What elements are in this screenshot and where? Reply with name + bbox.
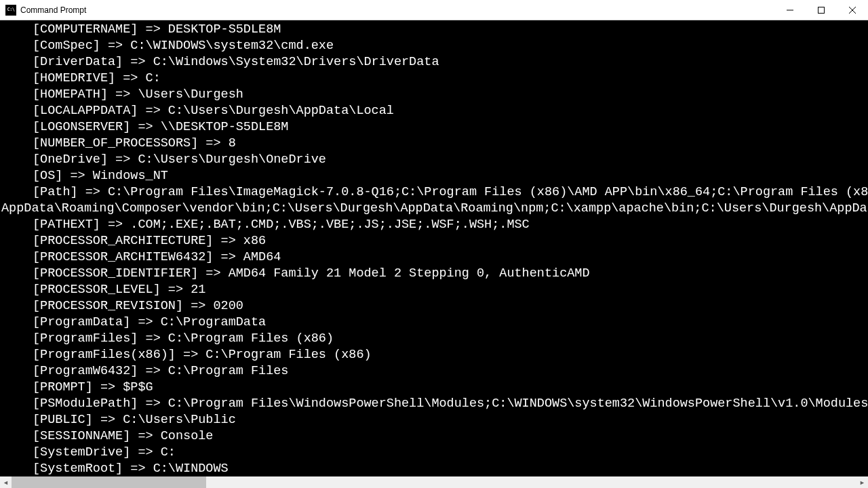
terminal-line: [PROCESSOR_REVISION] => 0200 <box>1 298 868 314</box>
window-controls <box>774 0 868 20</box>
terminal-line: [ComSpec] => C:\WINDOWS\system32\cmd.exe <box>1 38 868 54</box>
chevron-right-icon: ► <box>859 479 865 486</box>
terminal-line: [COMPUTERNAME] => DESKTOP-S5DLE8M <box>1 22 868 38</box>
terminal-line: [SystemRoot] => C:\WINDOWS <box>1 461 868 476</box>
chevron-left-icon: ◄ <box>3 479 9 486</box>
terminal-line: [PROCESSOR_LEVEL] => 21 <box>1 282 868 298</box>
app-icon <box>5 5 16 16</box>
terminal-line: [ProgramFiles] => C:\Program Files (x86) <box>1 331 868 347</box>
scrollbar-track[interactable] <box>12 476 856 488</box>
terminal-line: AppData\Roaming\Composer\vendor\bin;C:\U… <box>1 201 868 217</box>
close-icon <box>849 7 856 14</box>
close-button[interactable] <box>837 0 868 20</box>
terminal-line: [PSModulePath] => C:\Program Files\Windo… <box>1 396 868 412</box>
terminal-line: [ProgramW6432] => C:\Program Files <box>1 363 868 380</box>
window-title: Command Prompt <box>20 5 774 15</box>
terminal-line: [ProgramData] => C:\ProgramData <box>1 314 868 331</box>
minimize-button[interactable] <box>774 0 806 20</box>
terminal-area: [COMPUTERNAME] => DESKTOP-S5DLE8M[ComSpe… <box>0 20 868 488</box>
svg-rect-1 <box>818 7 825 13</box>
terminal-line: [DriverData] => C:\Windows\System32\Driv… <box>1 54 868 70</box>
terminal-line: [PROMPT] => $P$G <box>1 380 868 396</box>
horizontal-scrollbar[interactable]: ◄ ► <box>0 476 868 488</box>
terminal-line: [Path] => C:\Program Files\ImageMagick-7… <box>1 184 868 201</box>
terminal-output[interactable]: [COMPUTERNAME] => DESKTOP-S5DLE8M[ComSpe… <box>0 20 868 476</box>
terminal-line: [HOMEDRIVE] => C: <box>1 70 868 87</box>
terminal-line: [NUMBER_OF_PROCESSORS] => 8 <box>1 136 868 152</box>
scroll-right-button[interactable]: ► <box>856 476 868 488</box>
terminal-line: [PUBLIC] => C:\Users\Public <box>1 412 868 428</box>
terminal-line: [ProgramFiles(x86)] => C:\Program Files … <box>1 347 868 363</box>
terminal-line: [PROCESSOR_IDENTIFIER] => AMD64 Family 2… <box>1 266 868 282</box>
terminal-line: [SESSIONNAME] => Console <box>1 428 868 445</box>
terminal-line: [LOCALAPPDATA] => C:\Users\Durgesh\AppDa… <box>1 103 868 119</box>
scrollbar-thumb[interactable] <box>12 476 206 488</box>
minimize-icon <box>787 7 793 14</box>
terminal-line: [OS] => Windows_NT <box>1 168 868 184</box>
terminal-line: [PROCESSOR_ARCHITEW6432] => AMD64 <box>1 249 868 266</box>
terminal-line: [OneDrive] => C:\Users\Durgesh\OneDrive <box>1 152 868 168</box>
scroll-left-button[interactable]: ◄ <box>0 476 12 488</box>
maximize-button[interactable] <box>806 0 837 20</box>
terminal-line: [PROCESSOR_ARCHITECTURE] => x86 <box>1 233 868 249</box>
terminal-line: [SystemDrive] => C: <box>1 445 868 461</box>
terminal-line: [PATHEXT] => .COM;.EXE;.BAT;.CMD;.VBS;.V… <box>1 217 868 233</box>
terminal-line: [LOGONSERVER] => \\DESKTOP-S5DLE8M <box>1 119 868 136</box>
terminal-line: [HOMEPATH] => \Users\Durgesh <box>1 87 868 103</box>
maximize-icon <box>818 7 825 14</box>
titlebar[interactable]: Command Prompt <box>0 0 868 20</box>
